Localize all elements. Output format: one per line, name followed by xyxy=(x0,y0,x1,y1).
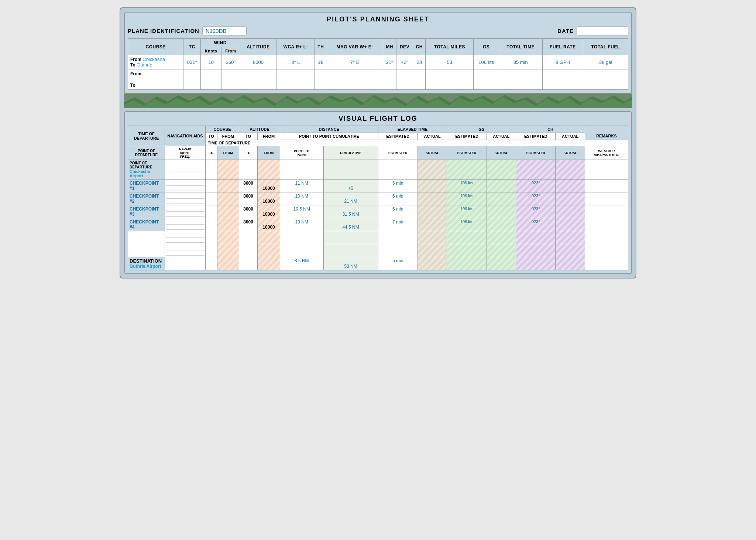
cp3-dist-ptp: 10.5 NM xyxy=(280,205,323,218)
planning-sheet: PILOT'S PLANNING SHEET PLANE IDENTIFICAT… xyxy=(124,12,632,93)
th-fl-elapsed: ELAPSED TIME xyxy=(378,126,447,133)
blank1-name xyxy=(128,231,165,244)
plane-id-label: PLANE IDENTIFICATION xyxy=(128,28,199,34)
cp4-ch-act xyxy=(556,218,585,231)
blank2-c7 xyxy=(378,244,417,257)
cp1-navaid xyxy=(165,180,206,192)
cp1-name: CHECKPOINT #1 xyxy=(128,180,165,192)
th-tc: TC xyxy=(183,39,201,55)
dep-elapsed-est xyxy=(378,160,417,180)
th-gs-est-sub: ESTIMATED xyxy=(447,146,487,160)
ch-2 xyxy=(413,69,426,90)
blank1-c8 xyxy=(417,231,447,244)
cp3-navaid xyxy=(165,205,206,218)
tc-cell-1: 031° xyxy=(183,55,201,69)
cp4-alt-from: 10000 xyxy=(258,218,280,231)
dest-ch-act xyxy=(556,257,585,270)
wind-knots-1: 10 xyxy=(200,55,221,69)
cp1-elapsed-est: 6 min xyxy=(378,180,417,192)
planning-title: PILOT'S PLANNING SHEET xyxy=(128,16,628,23)
dep-dist-cum xyxy=(323,160,378,180)
th-dist-ptp: POINT TOPOINT xyxy=(280,146,323,160)
destination-label: DESTINATION xyxy=(130,258,164,264)
dep-course-from xyxy=(217,160,239,180)
blank2-c13 xyxy=(585,244,628,257)
th-alt-to-sub: TO xyxy=(239,146,257,160)
th-ch-act-sub: ACTUAL xyxy=(556,146,585,160)
dest-alt-to xyxy=(239,257,257,270)
cp4-remarks xyxy=(585,218,628,231)
altitude-1: 8000 xyxy=(240,55,276,69)
cp1-dist-ptp: 11 NM xyxy=(280,180,323,192)
th-ch: CH xyxy=(413,39,426,55)
blank1-c7 xyxy=(378,231,417,244)
blank2-c10 xyxy=(487,244,516,257)
dev-1: +2° xyxy=(396,55,413,69)
cp3-alt-from: 10000 xyxy=(258,205,280,218)
th-fl-distance: DISTANCE xyxy=(280,126,378,133)
wind-from-1: 360° xyxy=(221,55,240,69)
fuelrate-2 xyxy=(542,69,583,90)
wind-from-2 xyxy=(221,69,240,90)
dep-remarks xyxy=(585,160,628,180)
blank2-c4 xyxy=(258,244,280,257)
th-alt-from: FROM xyxy=(258,133,280,140)
date-input[interactable] xyxy=(577,26,628,35)
th-wind-knots: Knots xyxy=(200,47,221,55)
th-gs-act: ACTUAL xyxy=(487,133,516,140)
blank1-c1 xyxy=(206,231,217,244)
cp1-gs: 106 kts xyxy=(447,180,487,192)
totaltime-1: 35 min xyxy=(499,55,542,69)
tc-cell-2 xyxy=(183,69,201,90)
blank2-c6 xyxy=(323,244,378,257)
cp3-ch-act xyxy=(556,205,585,218)
cp2-gs: 106 kts xyxy=(447,192,487,205)
th-gs-est: ESTIMATED xyxy=(447,133,487,140)
totalmiles-2 xyxy=(426,69,474,90)
th-fl-altitude: ALTITUDE xyxy=(239,126,280,133)
cp2-alt-from: 10000 xyxy=(258,192,280,205)
th-1: 28 xyxy=(315,55,327,69)
cp3-gs: 106 kts xyxy=(447,205,487,218)
th-fl-navaids: NAVIGATION AIDS xyxy=(165,126,206,146)
th-ch-act: ACTUAL xyxy=(556,133,585,140)
mh-1: 21° xyxy=(383,55,396,69)
th-magvar: MAG VAR W+ E- xyxy=(327,39,383,55)
departure-point-cell: POINT OF DEPARTURE Chickasha Airport xyxy=(128,160,165,180)
flight-log-title: VISUAL FLIGHT LOG xyxy=(128,115,628,123)
th-mh: MH xyxy=(383,39,396,55)
cp2-elapsed-est: 6 min xyxy=(378,192,417,205)
blank2-c3 xyxy=(239,244,257,257)
checkpoint-row-4: CHECKPOINT #4 8000 10000 13 NM 44.5 NM xyxy=(128,218,628,231)
cp1-dist-cum: +5 xyxy=(323,180,378,192)
blank2-c9 xyxy=(447,244,487,257)
cp4-navaid xyxy=(165,218,206,231)
cp3-remarks xyxy=(585,205,628,218)
dev-2 xyxy=(396,69,413,90)
cp2-alt-to: 8000 xyxy=(239,192,257,205)
fl-header-row: TIME OF DEPARTURE NAVIGATION AIDS COURSE… xyxy=(128,126,628,133)
blank2-c12 xyxy=(556,244,585,257)
plane-id-input[interactable] xyxy=(202,26,247,35)
date-label: DATE xyxy=(557,28,574,34)
cp2-remarks xyxy=(585,192,628,205)
date-row: DATE xyxy=(557,26,628,35)
th-gs: GS xyxy=(474,39,499,55)
dest-gs-act xyxy=(487,257,516,270)
blank2-c11 xyxy=(516,244,556,257)
th-th: TH xyxy=(315,39,327,55)
th-fl-departure: TIME OF DEPARTURE xyxy=(128,126,165,146)
departure-row: POINT OF DEPARTURE Chickasha Airport xyxy=(128,160,628,180)
dep-ch-est xyxy=(516,160,556,180)
th-fuelrate: FUEL RATE xyxy=(542,39,583,55)
blank1-c10 xyxy=(487,231,516,244)
blank1-c6 xyxy=(323,231,378,244)
magvar-1: 7° E xyxy=(327,55,383,69)
cp3-alt-to: 8000 xyxy=(239,205,257,218)
cp3-dist-cum: 31.5 NM xyxy=(323,205,378,218)
blank2-name xyxy=(128,244,165,257)
cp4-dist-ptp: 13 NM xyxy=(280,218,323,231)
course-cell-1: From Chickasha To Guthrie xyxy=(128,55,183,69)
dest-course-to xyxy=(206,257,217,270)
dest-alt-from xyxy=(258,257,280,270)
